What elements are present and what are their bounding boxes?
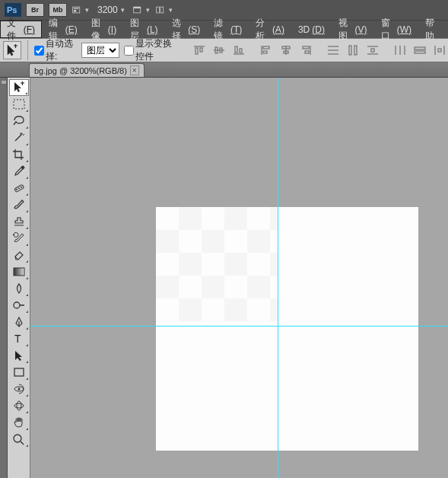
svg-point-54 (17, 388, 20, 390)
svg-point-46 (16, 189, 17, 190)
svg-rect-19 (263, 46, 269, 49)
bridge-button[interactable]: Br (26, 3, 44, 17)
menu-filter[interactable]: 滤镜(T) (207, 21, 249, 38)
toolbar-collapse-strip[interactable] (0, 78, 8, 478)
arrange-docs-icon[interactable]: ▾ (155, 3, 173, 17)
guide-vertical[interactable] (278, 78, 278, 478)
svg-point-57 (14, 435, 21, 442)
dist-hcenter-icon[interactable] (411, 43, 428, 58)
svg-text:T: T (14, 333, 21, 345)
svg-rect-20 (263, 51, 267, 53)
guide-horizontal[interactable] (30, 326, 448, 327)
menu-view[interactable]: 视图(V) (332, 21, 374, 38)
document-tab-title: bg.jpg @ 3200%(RGB/8) (34, 66, 127, 75)
align-top-icon[interactable] (191, 43, 208, 58)
tool-type[interactable]: T (9, 330, 29, 347)
dist-vcenter-icon[interactable] (345, 43, 361, 58)
svg-rect-4 (74, 10, 76, 12)
svg-rect-10 (195, 48, 198, 54)
svg-rect-11 (200, 48, 202, 52)
tool-lasso[interactable] (9, 113, 29, 129)
grip-icon (2, 81, 6, 84)
tool-pen[interactable] (9, 314, 29, 330)
workspace: T (0, 78, 448, 478)
svg-rect-44 (21, 165, 25, 170)
svg-point-47 (18, 188, 20, 190)
tool-marquee[interactable] (9, 96, 29, 113)
tool-hand[interactable] (9, 414, 29, 431)
show-transform-checkbox[interactable]: 显示变换控件 (124, 37, 180, 63)
svg-rect-52 (14, 368, 24, 376)
align-bottom-icon[interactable] (230, 43, 247, 58)
tool-3d-camera[interactable] (9, 397, 29, 414)
current-tool-icon[interactable] (3, 41, 21, 59)
tool-3d-rotate[interactable] (9, 381, 29, 397)
svg-rect-8 (160, 7, 164, 13)
document-tab[interactable]: bg.jpg @ 3200%(RGB/8) × (29, 63, 145, 77)
document-canvas[interactable] (156, 207, 418, 451)
align-left-icon[interactable] (258, 43, 275, 58)
svg-text:Ps: Ps (7, 5, 17, 14)
transparency-checker (156, 207, 278, 321)
show-transform-input[interactable] (124, 46, 134, 56)
svg-rect-39 (415, 51, 425, 53)
svg-point-55 (14, 403, 24, 408)
svg-rect-43 (14, 100, 24, 109)
tool-brush[interactable] (9, 196, 29, 213)
tool-eraser[interactable] (9, 247, 29, 263)
tool-crop[interactable] (9, 146, 29, 163)
minibridge-button[interactable]: Mb (49, 3, 67, 17)
align-vcenter-icon[interactable] (211, 43, 227, 58)
tool-shape[interactable] (9, 364, 29, 381)
svg-rect-3 (74, 8, 79, 8)
tool-dodge[interactable] (9, 297, 29, 314)
auto-select-target[interactable]: 图层 (81, 43, 119, 58)
menu-analysis[interactable]: 分析(A) (249, 21, 291, 38)
menubar: 文件(F) 编辑(E) 图像(I) 图层(L) 选择(S) 滤镜(T) 分析(A… (0, 20, 448, 38)
menu-file[interactable]: 文件(F) (0, 21, 42, 38)
auto-select-label: 自动选择: (46, 37, 77, 63)
dist-left-icon[interactable] (392, 43, 408, 58)
svg-point-50 (14, 302, 20, 308)
tool-wand[interactable] (9, 129, 29, 146)
show-transform-label: 显示变换控件 (135, 37, 180, 63)
tool-zoom[interactable] (9, 431, 29, 448)
tool-blur[interactable] (9, 280, 29, 297)
tool-stamp[interactable] (9, 213, 29, 230)
svg-rect-30 (349, 46, 351, 55)
svg-point-48 (21, 186, 22, 188)
menu-3d[interactable]: 3D(D) (291, 21, 332, 38)
svg-rect-26 (305, 51, 309, 53)
align-right-icon[interactable] (297, 43, 314, 58)
zoom-level-field[interactable]: 3200▾ (94, 5, 128, 15)
tab-close-icon[interactable]: × (130, 65, 139, 75)
tool-eyedropper[interactable] (9, 163, 29, 180)
svg-rect-31 (354, 46, 357, 55)
screen-mode-icon[interactable]: ▾ (132, 3, 151, 17)
menu-select[interactable]: 选择(S) (165, 21, 208, 38)
menu-image[interactable]: 图像(I) (84, 21, 124, 38)
auto-select-checkbox[interactable]: 自动选择: (34, 37, 77, 63)
menu-window[interactable]: 窗口(W) (374, 21, 419, 38)
svg-rect-6 (133, 7, 140, 8)
menu-edit[interactable]: 编辑(E) (42, 21, 84, 38)
tool-history-brush[interactable] (9, 230, 29, 247)
align-hcenter-icon[interactable] (278, 43, 294, 58)
app-logo-icon: Ps (5, 3, 21, 17)
auto-select-input[interactable] (34, 46, 44, 56)
layout-dropdown-icon[interactable]: ▾ (71, 3, 90, 17)
dist-top-icon[interactable] (325, 43, 342, 58)
svg-rect-42 (438, 49, 441, 52)
dist-right-icon[interactable] (431, 43, 448, 58)
tool-gradient[interactable] (9, 263, 29, 280)
tool-move[interactable] (9, 79, 29, 96)
tool-path-select[interactable] (9, 347, 29, 364)
canvas-area[interactable] (30, 78, 448, 478)
tool-healing[interactable] (9, 180, 29, 196)
svg-rect-49 (14, 268, 24, 276)
menu-layer[interactable]: 图层(L) (123, 21, 164, 38)
distribute-group-2 (392, 43, 448, 58)
distribute-group-1 (325, 43, 381, 58)
dist-bottom-icon[interactable] (364, 43, 381, 58)
menu-help[interactable]: 帮助 (418, 21, 448, 38)
